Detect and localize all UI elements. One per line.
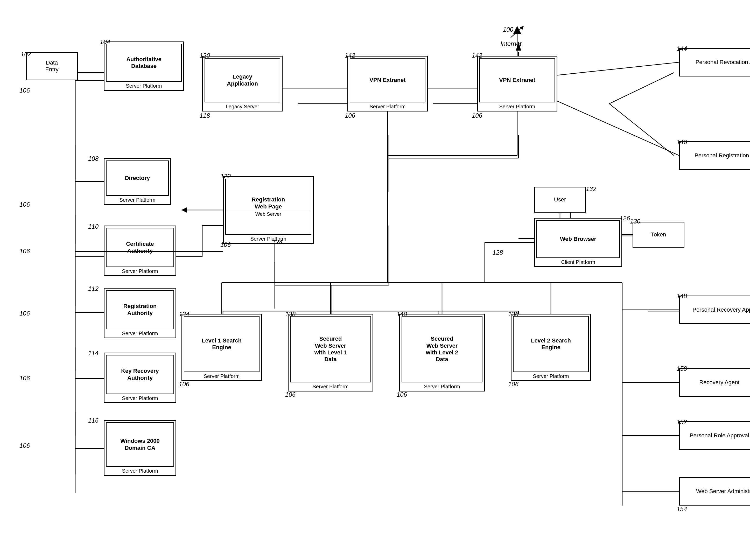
ref-106-1: 106 [19, 87, 30, 94]
ref-108: 108 [88, 155, 99, 162]
ref-140: 140 [397, 311, 407, 318]
secured-web1-node: SecuredWeb Serverwith Level 1Data Server… [288, 314, 373, 392]
level2-search-node: Level 2 SearchEngine Server Platform [511, 314, 591, 381]
diagram: 100 Internet DataEntry 102 Authoritative… [0, 0, 750, 560]
auth-db-node: AuthoritativeDatabase Server Platform [104, 41, 184, 91]
ref-122: 122 [220, 173, 231, 180]
directory-label: Directory [125, 175, 150, 181]
level1-search-label: Level 1 SearchEngine [202, 337, 242, 351]
reg-web-label: RegistrationWeb Page [252, 196, 285, 210]
personal-revocation-node: Personal Revocation Authority [679, 48, 750, 77]
cert-authority-inner: CertificateAuthority [106, 228, 174, 267]
ref-106-8: 106 [472, 112, 482, 119]
ref-112: 112 [88, 285, 99, 293]
ref-124: 124 [272, 239, 283, 246]
web-browser-label: Web Browser [560, 236, 596, 242]
ref-134: 134 [179, 311, 189, 318]
vpn-extranet2-platform: Server Platform [478, 102, 556, 111]
secured-web2-label: SecuredWeb Serverwith Level 2Data [426, 336, 458, 363]
ref-146: 146 [677, 138, 687, 146]
auth-db-inner: AuthoritativeDatabase [106, 44, 182, 82]
web-browser-node: Web Browser Client Platform [534, 218, 622, 267]
ref-106-12: 106 [397, 391, 407, 398]
ref-130: 130 [630, 218, 640, 225]
ref-104: 104 [100, 38, 110, 46]
level1-search-inner: Level 1 SearchEngine [184, 316, 260, 372]
svg-line-69 [558, 101, 679, 156]
ref-106-13: 106 [508, 381, 519, 388]
key-recovery-inner: Key RecoveryAuthority [106, 355, 174, 394]
recovery-agent-node: Recovery Agent [679, 368, 750, 397]
ref-142-2: 142 [472, 52, 482, 59]
legacy-app-platform: Legacy Server [203, 102, 282, 111]
cert-authority-node: CertificateAuthority Server Platform [104, 225, 176, 276]
ref-136: 136 [508, 311, 519, 318]
personal-recovery-label: Personal Recovery Approval [692, 306, 750, 313]
secured-web1-platform: Server Platform [288, 382, 372, 391]
legacy-app-inner: LegacyApplication [205, 58, 280, 102]
user-node: User [534, 187, 586, 213]
win2000-inner: Windows 2000Domain CA [106, 422, 174, 467]
secured-web2-node: SecuredWeb Serverwith Level 2Data Server… [399, 314, 485, 392]
directory-inner: Directory [106, 160, 169, 196]
ref-106-9: 106 [220, 241, 231, 248]
ref-106-7: 106 [345, 112, 355, 119]
ref-148: 148 [677, 293, 687, 300]
web-browser-inner: Web Browser [536, 220, 620, 258]
reg-web-platform: Server Platform [224, 235, 313, 243]
personal-recovery-node: Personal Recovery Approval [679, 296, 750, 324]
data-entry-node: DataEntry [26, 52, 78, 80]
personal-registration-node: Personal Registration Authority [679, 141, 750, 170]
ref-138: 138 [285, 311, 296, 318]
user-label: User [554, 196, 566, 203]
key-recovery-platform: Server Platform [104, 394, 176, 402]
recovery-agent-label: Recovery Agent [699, 379, 739, 386]
ref-106-11: 106 [285, 391, 296, 398]
reg-authority-platform: Server Platform [104, 329, 176, 338]
legacy-app-node: LegacyApplication Legacy Server [202, 56, 283, 112]
ref-106-3: 106 [19, 247, 30, 255]
ref-110: 110 [88, 223, 99, 230]
personal-role-node: Personal Role Approval [679, 421, 750, 450]
personal-role-label: Personal Role Approval [690, 432, 749, 439]
web-browser-platform: Client Platform [535, 258, 622, 266]
secured-web1-label: SecuredWeb Serverwith Level 1Data [315, 336, 347, 363]
vpn-extranet1-label: VPN Extranet [369, 77, 405, 83]
auth-db-platform: Server Platform [104, 82, 183, 90]
ref-114: 114 [88, 349, 99, 357]
level1-search-platform: Server Platform [182, 372, 261, 380]
token-label: Token [651, 231, 666, 238]
ref-132: 132 [586, 185, 596, 193]
personal-revocation-label: Personal Revocation Authority [695, 59, 750, 65]
reg-authority-inner: RegistrationAuthority [106, 290, 174, 329]
ref-116: 116 [88, 417, 99, 424]
svg-marker-58 [181, 207, 187, 213]
vpn-extranet2-node: VPN Extranet Server Platform [477, 56, 558, 112]
ref-106-5: 106 [19, 375, 30, 382]
svg-line-32 [609, 73, 674, 104]
ref-126: 126 [620, 215, 630, 222]
svg-line-68 [558, 62, 679, 75]
vpn-extranet1-platform: Server Platform [348, 102, 427, 111]
ref-128: 128 [492, 249, 503, 256]
personal-registration-label: Personal Registration Authority [694, 152, 750, 159]
level2-search-label: Level 2 SearchEngine [531, 337, 571, 351]
ref-154: 154 [677, 505, 687, 513]
legacy-app-label: LegacyApplication [227, 73, 258, 87]
ref-106-4: 106 [19, 310, 30, 317]
win2000-label: Windows 2000Domain CA [120, 438, 159, 452]
reg-authority-label: RegistrationAuthority [123, 303, 157, 317]
ref-106-2: 106 [19, 201, 30, 208]
reg-web-node: RegistrationWeb Page Web Server Server P… [223, 176, 314, 244]
vpn-extranet2-inner: VPN Extranet [479, 58, 555, 102]
level2-search-platform: Server Platform [511, 372, 590, 380]
secured-web2-platform: Server Platform [400, 382, 484, 391]
ref-102: 102 [21, 51, 31, 58]
internet-label: Internet [500, 40, 521, 47]
ref-120: 120 [200, 52, 210, 59]
svg-line-33 [609, 104, 674, 156]
vpn-extranet1-inner: VPN Extranet [350, 58, 425, 102]
reg-authority-node: RegistrationAuthority Server Platform [104, 288, 176, 338]
win2000-platform: Server Platform [104, 467, 176, 475]
directory-platform: Server Platform [104, 196, 170, 204]
